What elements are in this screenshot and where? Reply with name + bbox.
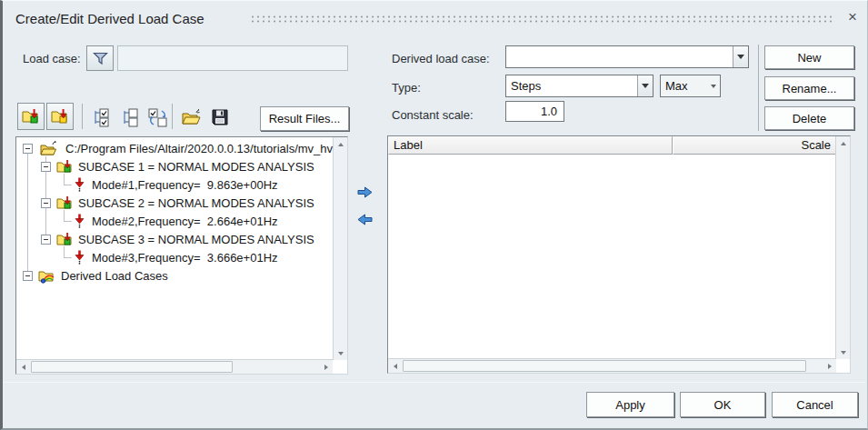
result-file-icon [40, 141, 58, 156]
tree-row-mode2[interactable]: Mode#2,Frequency= 2.664e+01Hz [74, 212, 278, 230]
scroll-left-icon[interactable] [16, 360, 30, 374]
mode-arrow-icon [74, 177, 85, 192]
dialog-title: Create/Edit Derived Load Case [15, 11, 205, 26]
cancel-button[interactable]: Cancel [772, 392, 858, 417]
tree-mode-label: Mode#3,Frequency= 3.666e+01Hz [92, 251, 278, 265]
mode-arrow-icon [74, 214, 85, 228]
derived-components-table: Label Scale [387, 135, 851, 374]
tree-expand-subcase3[interactable] [41, 235, 51, 245]
derived-folder-icon [38, 268, 55, 284]
type-label: Type: [392, 81, 421, 95]
derived-load-case-label: Derived load case: [392, 52, 490, 65]
tree-mode-label: Mode#2,Frequency= 2.664e+01Hz [92, 215, 278, 228]
close-icon[interactable]: × [843, 7, 863, 27]
scroll-down-icon[interactable] [836, 345, 850, 359]
tree-row-mode1[interactable]: Mode#1,Frequency= 9.863e+00Hz [74, 175, 278, 194]
table-vscrollbar[interactable] [835, 136, 850, 359]
scroll-right-icon[interactable] [319, 360, 333, 374]
scroll-right-icon[interactable] [823, 359, 836, 373]
tree-row-root[interactable]: C:/Program Files/Altair/2020.0.0.13/tuto… [40, 139, 333, 157]
drag-handle[interactable] [250, 15, 832, 23]
subcase-folder-icon [56, 232, 73, 247]
scroll-down-icon[interactable] [334, 346, 347, 360]
scroll-up-icon[interactable] [836, 136, 850, 150]
divider [3, 382, 865, 383]
tree-row-subcase1[interactable]: SUBCASE 1 = NORMAL MODES ANALYSIS [56, 157, 314, 175]
tree-derived-label: Derived Load Cases [61, 269, 168, 283]
tree-subcase-label: SUBCASE 1 = NORMAL MODES ANALYSIS [78, 160, 314, 174]
tree-subcase-label: SUBCASE 2 = NORMAL MODES ANALYSIS [78, 196, 314, 210]
remove-from-derived-icon[interactable] [355, 212, 374, 227]
mode-arrow-icon [74, 250, 85, 265]
tree-line [64, 185, 72, 185]
load-case-input[interactable] [117, 45, 348, 71]
rename-button[interactable]: Rename... [764, 76, 854, 100]
constant-scale-label: Constant scale: [392, 108, 474, 122]
scroll-left-icon[interactable] [388, 359, 402, 373]
separator [172, 104, 173, 129]
apply-button[interactable]: Apply [586, 392, 674, 417]
tree-line [64, 221, 72, 222]
table-body[interactable] [388, 155, 835, 358]
table-hscrollbar[interactable] [388, 358, 836, 373]
load-case-label: Load case: [23, 52, 81, 65]
add-to-derived-icon[interactable] [355, 185, 374, 200]
folder-red-arrow-yellow-icon [51, 108, 69, 125]
separator [758, 45, 759, 131]
uncheck-all-icon[interactable] [118, 105, 142, 129]
open-file-icon[interactable] [179, 105, 203, 129]
aggregation-value: Max [661, 79, 707, 93]
result-files-button[interactable]: Result Files... [260, 106, 349, 131]
scroll-up-icon[interactable] [334, 137, 347, 151]
invert-check-icon[interactable] [145, 105, 169, 129]
tree-line [27, 154, 28, 273]
scrollbar-thumb[interactable] [403, 360, 806, 372]
tree-expand-derived[interactable] [23, 271, 33, 281]
check-all-icon[interactable] [89, 105, 113, 129]
new-button[interactable]: New [764, 45, 854, 69]
column-header-label[interactable]: Label [388, 136, 673, 155]
chevron-down-icon[interactable] [707, 75, 720, 96]
folder-red-arrow-green-icon [22, 108, 40, 125]
tree-line [64, 257, 72, 258]
tree-subcase-label: SUBCASE 3 = NORMAL MODES ANALYSIS [78, 233, 314, 246]
derived-load-case-combobox[interactable] [505, 45, 749, 68]
aggregation-combobox[interactable]: Max [660, 75, 721, 97]
load-subcases-yellow-button[interactable] [46, 103, 74, 130]
load-subcases-green-button[interactable] [17, 103, 45, 130]
create-edit-derived-load-case-dialog: Create/Edit Derived Load Case × Load cas… [0, 0, 868, 430]
chevron-down-icon[interactable] [637, 75, 653, 96]
column-header-scale[interactable]: Scale [673, 136, 836, 155]
tree-row-derived[interactable]: Derived Load Cases [38, 266, 168, 285]
tree-vscrollbar[interactable] [333, 137, 347, 360]
ok-button[interactable]: OK [680, 392, 765, 417]
tree-mode-label: Mode#1,Frequency= 9.863e+00Hz [92, 178, 278, 192]
save-file-icon[interactable] [208, 105, 232, 129]
chevron-down-icon[interactable] [733, 46, 748, 67]
type-combobox[interactable]: Steps [505, 75, 653, 97]
constant-scale-input[interactable] [505, 101, 564, 122]
separator [82, 104, 83, 129]
subcase-folder-icon [56, 159, 73, 175]
delete-button[interactable]: Delete [764, 106, 854, 130]
type-value: Steps [506, 79, 637, 93]
tree-expand-subcase1[interactable] [41, 162, 51, 172]
tree-row-subcase3[interactable]: SUBCASE 3 = NORMAL MODES ANALYSIS [56, 230, 314, 248]
tree-hscrollbar[interactable] [16, 359, 333, 374]
tree-row-subcase2[interactable]: SUBCASE 2 = NORMAL MODES ANALYSIS [56, 194, 314, 212]
filter-button[interactable] [86, 45, 114, 71]
load-case-tree-panel: C:/Program Files/Altair/2020.0.0.13/tuto… [15, 136, 348, 375]
tree-expand-root[interactable] [23, 144, 33, 154]
tree-row-mode3[interactable]: Mode#3,Frequency= 3.666e+01Hz [74, 248, 278, 266]
filter-icon [93, 52, 108, 65]
tree-root-label: C:/Program Files/Altair/2020.0.0.13/tuto… [65, 142, 333, 155]
scrollbar-thumb[interactable] [31, 361, 233, 373]
tree-content: C:/Program Files/Altair/2020.0.0.13/tuto… [16, 137, 333, 359]
tree-expand-subcase2[interactable] [41, 198, 51, 208]
subcase-folder-icon [56, 195, 73, 211]
